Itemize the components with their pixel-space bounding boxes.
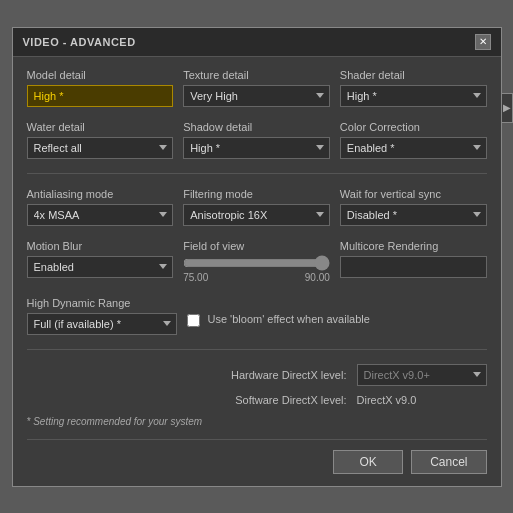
dialog-title: VIDEO - ADVANCED — [23, 36, 136, 48]
multicore-field: Multicore Rendering — [340, 240, 487, 278]
model-detail-label: Model detail — [27, 69, 174, 81]
fov-labels: 75.00 90.00 — [183, 272, 330, 283]
hdr-field: High Dynamic Range Full (if available) * — [27, 297, 177, 335]
shader-detail-label: Shader detail — [340, 69, 487, 81]
shadow-detail-select[interactable]: High * — [183, 137, 330, 159]
shader-detail-field: Shader detail High * — [340, 69, 487, 107]
color-correction-field: Color Correction Enabled * — [340, 121, 487, 159]
title-bar: VIDEO - ADVANCED ✕ — [13, 28, 501, 57]
divider-2 — [27, 349, 487, 350]
shader-detail-select[interactable]: High * — [340, 85, 487, 107]
multicore-select-empty — [340, 256, 487, 278]
fov-field: Field of view 75.00 90.00 — [183, 240, 330, 283]
row-1: Model detail High * Texture detail Very … — [27, 69, 487, 107]
button-row: OK Cancel — [27, 439, 487, 474]
hardware-directx-label: Hardware DirectX level: — [231, 369, 347, 381]
software-directx-row: Software DirectX level: DirectX v9.0 — [27, 394, 487, 406]
vsync-label: Wait for vertical sync — [340, 188, 487, 200]
texture-detail-select[interactable]: Very High — [183, 85, 330, 107]
multicore-label: Multicore Rendering — [340, 240, 487, 252]
antialiasing-field: Antialiasing mode 4x MSAA — [27, 188, 174, 226]
vsync-field: Wait for vertical sync Disabled * — [340, 188, 487, 226]
texture-detail-field: Texture detail Very High — [183, 69, 330, 107]
fov-label: Field of view — [183, 240, 330, 252]
filtering-label: Filtering mode — [183, 188, 330, 200]
antialiasing-label: Antialiasing mode — [27, 188, 174, 200]
vsync-select[interactable]: Disabled * — [340, 204, 487, 226]
fov-max: 90.00 — [305, 272, 330, 283]
row-2: Water detail Reflect all Shadow detail H… — [27, 121, 487, 159]
hdr-label: High Dynamic Range — [27, 297, 177, 309]
filtering-select[interactable]: Anisotropic 16X — [183, 204, 330, 226]
shadow-detail-label: Shadow detail — [183, 121, 330, 133]
bloom-checkbox-row: Use 'bloom' effect when available — [187, 313, 487, 329]
hdr-select[interactable]: Full (if available) * — [27, 313, 177, 335]
hardware-directx-row: Hardware DirectX level: DirectX v9.0+ — [27, 364, 487, 386]
motion-blur-select[interactable]: Enabled — [27, 256, 174, 278]
shadow-detail-field: Shadow detail High * — [183, 121, 330, 159]
row-5: High Dynamic Range Full (if available) *… — [27, 297, 487, 335]
texture-detail-label: Texture detail — [183, 69, 330, 81]
motion-blur-field: Motion Blur Enabled — [27, 240, 174, 278]
footnote: * Setting recommended for your system — [27, 416, 487, 427]
ok-button[interactable]: OK — [333, 450, 403, 474]
fov-slider-wrapper: 75.00 90.00 — [183, 256, 330, 283]
water-detail-label: Water detail — [27, 121, 174, 133]
directx-section: Hardware DirectX level: DirectX v9.0+ So… — [27, 364, 487, 406]
fov-min: 75.00 — [183, 272, 208, 283]
antialiasing-select[interactable]: 4x MSAA — [27, 204, 174, 226]
fov-slider[interactable] — [183, 256, 330, 270]
bloom-spacer — [187, 297, 487, 309]
water-detail-select[interactable]: Reflect all — [27, 137, 174, 159]
motion-blur-label: Motion Blur — [27, 240, 174, 252]
dialog-content: Model detail High * Texture detail Very … — [13, 57, 501, 486]
color-correction-select[interactable]: Enabled * — [340, 137, 487, 159]
model-detail-field: Model detail High * — [27, 69, 174, 107]
close-button[interactable]: ✕ — [475, 34, 491, 50]
color-correction-label: Color Correction — [340, 121, 487, 133]
bloom-field: Use 'bloom' effect when available — [187, 297, 487, 329]
model-detail-select[interactable]: High * — [27, 85, 174, 107]
bloom-checkbox[interactable] — [187, 314, 200, 327]
row-3: Antialiasing mode 4x MSAA Filtering mode… — [27, 188, 487, 226]
software-directx-value: DirectX v9.0 — [357, 394, 487, 406]
water-detail-field: Water detail Reflect all — [27, 121, 174, 159]
filtering-field: Filtering mode Anisotropic 16X — [183, 188, 330, 226]
hardware-directx-select[interactable]: DirectX v9.0+ — [357, 364, 487, 386]
video-advanced-dialog: VIDEO - ADVANCED ✕ Model detail High * T… — [12, 27, 502, 487]
row-4: Motion Blur Enabled Field of view 75.00 … — [27, 240, 487, 283]
bloom-label: Use 'bloom' effect when available — [208, 313, 370, 325]
cancel-button[interactable]: Cancel — [411, 450, 486, 474]
divider-1 — [27, 173, 487, 174]
side-arrow: ▶ — [501, 93, 513, 123]
software-directx-label: Software DirectX level: — [235, 394, 346, 406]
